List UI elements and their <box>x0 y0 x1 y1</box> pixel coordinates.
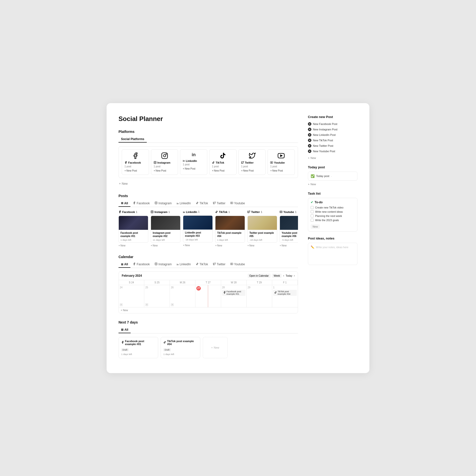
platform-card-youtube[interactable]: Youtube 1 post + New Post <box>268 149 295 175</box>
cal-tab-facebook[interactable]: Facebook <box>130 261 152 268</box>
plus-icon: + <box>183 244 184 247</box>
task-list-header: ✔ To-do <box>311 201 355 204</box>
task-checkbox[interactable] <box>311 214 314 217</box>
cal-tab-twitter[interactable]: Twitter <box>210 261 228 268</box>
day-num: 28 <box>222 286 245 289</box>
svg-point-14 <box>156 263 157 264</box>
facebook-new-post[interactable]: + New Post <box>124 169 137 172</box>
cal-tab-linkedin[interactable]: inLinkedIn <box>174 261 193 268</box>
cal-cell-add[interactable]: + <box>145 303 148 306</box>
tiktok-post-count: 1 post <box>212 165 219 168</box>
instagram-col-header: Instagram 1 <box>151 210 180 214</box>
cal-tab-youtube[interactable]: Youtube <box>228 261 247 268</box>
today-post-add-new[interactable]: + New <box>308 182 357 187</box>
next7-add-new[interactable]: +New <box>203 337 228 358</box>
tab-social-platforms[interactable]: Social Platforms <box>119 136 147 143</box>
post-card[interactable]: TikTok post example #04 1 days left <box>215 216 245 243</box>
task-checkbox[interactable] <box>311 206 314 209</box>
task-checkbox[interactable] <box>311 210 314 213</box>
platform-card-twitter[interactable]: Twitter 1 post + New Post <box>238 149 266 175</box>
notes-box[interactable]: ✏️ Write your notes, ideas here <box>308 243 357 265</box>
platform-card-facebook[interactable]: Facebook 1 post + New Post <box>122 149 149 175</box>
tiktok-col-header: TikTok 1 <box>215 210 245 214</box>
post-card[interactable]: Instagram post example #02 11 days left <box>151 216 180 243</box>
posts-tab-tiktok[interactable]: TikTok <box>193 200 210 207</box>
calendar-next-button[interactable]: › <box>294 274 295 277</box>
plus-icon: + <box>183 167 184 170</box>
tiktok-big-icon <box>212 152 234 159</box>
calendar-prev-button[interactable]: ‹ <box>283 274 284 277</box>
calendar-add-new[interactable]: + New <box>119 307 298 313</box>
status-badge: Draft <box>163 348 171 351</box>
add-new-platform[interactable]: + New <box>119 180 298 187</box>
create-post-item[interactable]: New TikTok Post <box>308 138 357 143</box>
youtube-new-post[interactable]: + New <box>280 244 298 247</box>
youtube-small-icon <box>270 161 273 164</box>
next7-card[interactable]: Facebook post example #01 Draft 1 days l… <box>119 337 158 358</box>
task-new-button[interactable]: New <box>311 224 320 229</box>
platform-card-tiktok[interactable]: TikTok 1 post + New Post <box>209 149 237 175</box>
twitter-new-post[interactable]: + New <box>247 244 277 247</box>
svg-rect-13 <box>155 263 157 265</box>
calendar-today-button[interactable]: Today <box>286 274 292 277</box>
create-post-item[interactable]: New Youtube Post <box>308 149 357 154</box>
linkedin-new-post[interactable]: + New <box>183 244 213 247</box>
youtube-new-post[interactable]: + New Post <box>270 169 283 172</box>
create-post-item[interactable]: New Twitter Post <box>308 143 357 149</box>
instagram-new-post[interactable]: + New <box>151 244 180 247</box>
post-card[interactable]: Twitter post example #05 -18 days left <box>247 216 277 243</box>
posts-tab-linkedin[interactable]: inLinkedIn <box>174 200 193 207</box>
count-badge: 1 <box>169 211 170 213</box>
task-checkbox[interactable] <box>311 219 314 222</box>
right-column: Create new Post New Facebook Post New In… <box>308 115 357 358</box>
cal-event-f[interactable]: Facebook post example #01 <box>222 290 245 296</box>
facebook-big-icon <box>124 152 146 159</box>
twitter-new-post[interactable]: + New Post <box>241 169 254 172</box>
calendar-container: February 2024 Open in Calendar Week ‹ To… <box>119 271 298 313</box>
task-list-box: ✔ To-do Create new TikTok video Write ne… <box>308 198 357 232</box>
tab-next7-all[interactable]: ⊞ All <box>119 327 131 333</box>
event-title: TikTok post example #04 <box>278 290 296 295</box>
platform-card-instagram[interactable]: Instagram 1 post + New Post <box>151 149 178 175</box>
cal-tab-all[interactable]: ⊞ All <box>119 261 130 268</box>
task-item[interactable]: Planning the next week <box>311 214 355 217</box>
task-item[interactable]: Write new content ideas <box>311 210 355 213</box>
facebook-new-post[interactable]: + New <box>119 244 148 247</box>
create-post-item[interactable]: New LinkedIn Post <box>308 132 357 138</box>
post-type-icon <box>308 139 311 142</box>
create-post-item[interactable]: New Instagram Post <box>308 127 357 132</box>
post-card[interactable]: Facebook post example #01 1 days left <box>119 216 148 243</box>
instagram-new-post[interactable]: + New Post <box>154 169 166 172</box>
week-view-button[interactable]: Week <box>272 274 282 278</box>
tiktok-new-post[interactable]: + New Post <box>212 169 225 172</box>
tiktok-new-post[interactable]: + New <box>215 244 245 247</box>
post-card[interactable]: LinkedIn post example #03 -18 days left <box>183 215 213 242</box>
create-post-add-new[interactable]: + New <box>308 155 357 160</box>
posts-col-twitter: Twitter 1 Twitter post example #05 -18 d… <box>247 210 277 247</box>
event-icon <box>274 291 277 294</box>
task-items: Create new TikTok video Write new conten… <box>311 206 355 222</box>
linkedin-new-post[interactable]: + New Post <box>183 167 195 170</box>
cal-tab-instagram[interactable]: Instagram <box>152 261 174 268</box>
posts-tab-facebook[interactable]: Facebook <box>130 200 152 207</box>
cal-event-♪[interactable]: TikTok post example #04 <box>273 290 297 296</box>
posts-tab-instagram[interactable]: Instagram <box>152 200 174 207</box>
create-post-item[interactable]: New Facebook Post <box>308 121 357 127</box>
platform-card-linkedin[interactable]: in in LinkedIn 1 post + New Post <box>180 149 207 175</box>
task-item[interactable]: Create new TikTok video <box>311 206 355 209</box>
post-card[interactable]: Youtube post example #06 -5 days left <box>280 216 298 243</box>
cal-tab-tiktok[interactable]: TikTok <box>193 261 210 268</box>
posts-tab-all[interactable]: ⊞ All <box>119 200 130 207</box>
cal-cell-add[interactable]: + <box>120 303 123 306</box>
cal-cell-add[interactable]: + <box>171 303 174 306</box>
task-item[interactable]: Write the 2023 goals <box>311 219 355 222</box>
posts-tab-youtube[interactable]: Youtube <box>228 200 247 207</box>
open-in-calendar-button[interactable]: Open in Calendar <box>248 274 270 278</box>
day-num: 27 <box>196 286 220 291</box>
plus-icon: + <box>121 309 122 312</box>
task-list-section: Task list ✔ To-do Create new TikTok vide… <box>308 192 357 232</box>
next7-card[interactable]: TikTok post example #04 Draft 1 days lef… <box>161 337 200 358</box>
posts-tab-twitter[interactable]: Twitter <box>210 200 228 207</box>
youtube-name: Youtube <box>270 161 285 164</box>
svg-point-19 <box>309 140 310 141</box>
